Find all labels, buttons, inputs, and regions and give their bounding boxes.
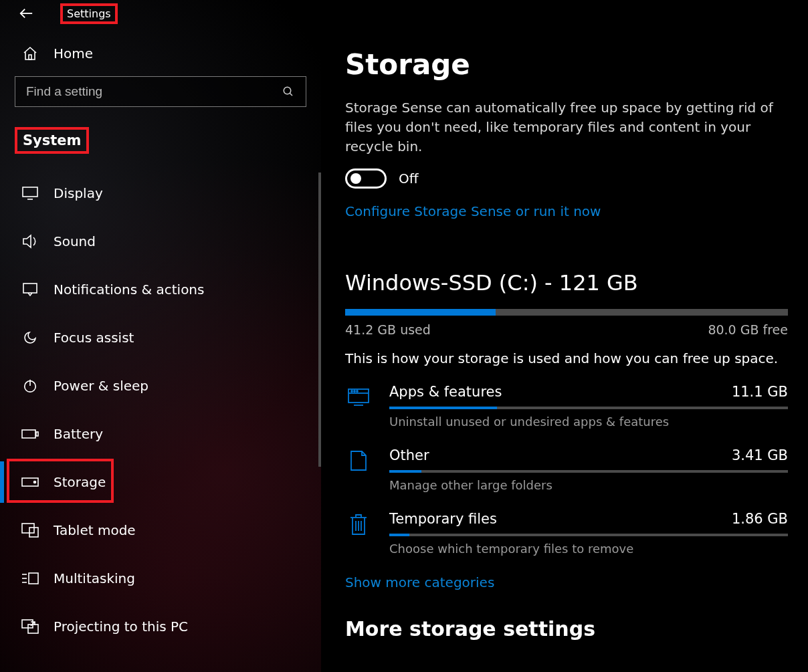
home-icon xyxy=(21,45,39,62)
svg-rect-14 xyxy=(22,524,34,533)
sidebar-item-battery[interactable]: Battery xyxy=(0,413,321,455)
svg-rect-20 xyxy=(22,620,33,628)
show-more-categories-link[interactable]: Show more categories xyxy=(345,574,494,590)
sidebar-item-label: Multitasking xyxy=(54,570,135,586)
search-input[interactable] xyxy=(15,76,306,107)
svg-rect-7 xyxy=(23,284,37,293)
drive-used-label: 41.2 GB used xyxy=(345,322,431,337)
storage-category-other[interactable]: Other 3.41 GB Manage other large folders xyxy=(345,447,788,492)
svg-rect-1 xyxy=(29,55,31,60)
svg-point-25 xyxy=(351,390,352,392)
storage-category-temp[interactable]: Temporary files 1.86 GB Choose which tem… xyxy=(345,511,788,556)
category-sub: Manage other large folders xyxy=(389,478,788,492)
storage-sense-description: Storage Sense can automatically free up … xyxy=(345,98,787,156)
drive-usage-bar-fill xyxy=(345,309,496,316)
category-label: Other xyxy=(389,447,429,463)
tablet-mode-icon xyxy=(21,523,39,538)
trash-icon xyxy=(345,511,372,556)
sidebar-item-notifications[interactable]: Notifications & actions xyxy=(0,269,321,310)
sound-icon xyxy=(21,234,39,249)
svg-rect-19 xyxy=(29,573,38,584)
sidebar-item-multitasking[interactable]: Multitasking xyxy=(0,558,321,599)
sidebar-item-label: Power & sleep xyxy=(54,378,148,394)
drive-hint: This is how your storage is used and how… xyxy=(345,350,788,366)
svg-marker-6 xyxy=(23,235,31,247)
sidebar-item-sound[interactable]: Sound xyxy=(0,221,321,262)
sidebar-item-storage[interactable]: Storage xyxy=(0,461,321,503)
svg-rect-10 xyxy=(22,430,35,438)
drive-free-label: 80.0 GB free xyxy=(708,322,788,337)
display-icon xyxy=(21,187,39,200)
storage-sense-toggle-row: Off xyxy=(345,169,788,189)
category-size: 3.41 GB xyxy=(732,447,788,463)
drive-title: Windows-SSD (C:) - 121 GB xyxy=(345,270,788,296)
category-sub: Choose which temporary files to remove xyxy=(389,542,788,556)
storage-icon xyxy=(21,477,39,487)
sidebar-item-label: Sound xyxy=(54,233,96,249)
storage-sense-toggle-label: Off xyxy=(399,171,419,187)
svg-rect-11 xyxy=(36,432,38,436)
category-label: Temporary files xyxy=(389,511,497,527)
sidebar-item-label: Storage xyxy=(54,474,106,490)
notifications-icon xyxy=(21,282,39,297)
nav-list: Display Sound Notifications & actions Fo… xyxy=(0,173,321,647)
folder-icon xyxy=(345,447,372,492)
svg-rect-4 xyxy=(23,187,37,197)
sidebar: Settings Home System Display xyxy=(0,0,321,672)
configure-storage-sense-link[interactable]: Configure Storage Sense or run it now xyxy=(345,203,601,219)
battery-icon xyxy=(21,429,39,439)
svg-point-13 xyxy=(34,481,36,483)
app-title: Settings xyxy=(60,3,118,24)
svg-point-26 xyxy=(354,390,355,392)
storage-sense-toggle[interactable] xyxy=(345,169,387,189)
category-label: Apps & features xyxy=(389,384,502,400)
home-label: Home xyxy=(54,45,93,62)
section-label: System xyxy=(15,127,89,154)
apps-icon xyxy=(345,384,372,429)
sidebar-item-focus-assist[interactable]: Focus assist xyxy=(0,317,321,358)
category-size: 11.1 GB xyxy=(732,384,788,400)
titlebar: Settings xyxy=(0,0,321,27)
sidebar-item-label: Display xyxy=(54,185,103,201)
page-title: Storage xyxy=(345,48,788,81)
sidebar-item-label: Notifications & actions xyxy=(54,282,204,298)
category-size: 1.86 GB xyxy=(732,511,788,527)
power-icon xyxy=(21,378,39,393)
drive-usage-bar xyxy=(345,309,788,316)
sidebar-item-home[interactable]: Home xyxy=(0,27,321,76)
multitasking-icon xyxy=(21,572,39,585)
projecting-icon xyxy=(21,619,39,634)
sidebar-item-label: Focus assist xyxy=(54,330,134,346)
sidebar-item-label: Battery xyxy=(54,426,103,442)
search-wrap xyxy=(15,76,306,107)
nav-scrollbar[interactable] xyxy=(318,173,321,467)
main-content: Storage Storage Sense can automatically … xyxy=(321,0,808,672)
sidebar-item-label: Projecting to this PC xyxy=(54,619,188,635)
sidebar-item-projecting[interactable]: Projecting to this PC xyxy=(0,606,321,647)
more-storage-settings-title: More storage settings xyxy=(345,617,788,641)
drive-meta: 41.2 GB used 80.0 GB free xyxy=(345,322,788,337)
sidebar-item-tablet-mode[interactable]: Tablet mode xyxy=(0,510,321,551)
sidebar-item-label: Tablet mode xyxy=(54,522,136,538)
storage-category-apps[interactable]: Apps & features 11.1 GB Uninstall unused… xyxy=(345,384,788,429)
sidebar-item-power-sleep[interactable]: Power & sleep xyxy=(0,365,321,407)
focus-assist-icon xyxy=(21,330,39,346)
sidebar-item-display[interactable]: Display xyxy=(0,173,321,214)
category-sub: Uninstall unused or undesired apps & fea… xyxy=(389,415,788,429)
back-button[interactable] xyxy=(19,6,33,21)
svg-point-27 xyxy=(357,390,358,392)
